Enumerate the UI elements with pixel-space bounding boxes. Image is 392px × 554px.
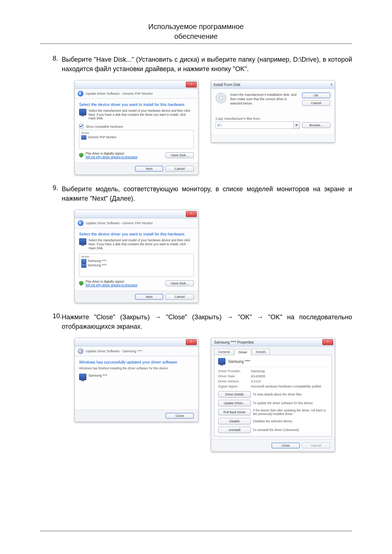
installed-device-name: Samsung **** xyxy=(89,374,107,378)
footer-rule xyxy=(40,531,352,531)
update-driver-desc: To update the driver software for this d… xyxy=(253,401,328,405)
step-9-number: 9. xyxy=(40,184,62,192)
success-subtext: Windows has finished installing the driv… xyxy=(79,366,194,370)
install-from-disk-title: Install From Disk xyxy=(213,83,240,87)
tab-driver[interactable]: Driver xyxy=(234,349,251,355)
date-value: 4/14/2005 xyxy=(251,374,328,378)
version-label: Driver Version: xyxy=(218,379,251,383)
path-value: D:\ xyxy=(216,123,293,127)
path-combobox[interactable]: D:\ xyxy=(216,122,300,129)
back-icon[interactable] xyxy=(78,220,83,226)
device-properties-dialog: Samsung **** Properties × General Driver… xyxy=(211,338,335,452)
chevron-down-icon[interactable] xyxy=(293,122,299,128)
model-header: Model xyxy=(81,131,192,135)
cancel-button[interactable]: Cancel xyxy=(302,100,330,106)
back-icon[interactable] xyxy=(78,91,83,97)
wizard-breadcrumb: Update Driver Software - Generic PnP Mon… xyxy=(86,221,153,225)
window-close-button[interactable]: × xyxy=(322,339,333,345)
success-title: Windows has successfully updated your dr… xyxy=(79,360,194,364)
copy-from-label: Copy manufacturer's files from: xyxy=(216,117,330,120)
shield-icon xyxy=(79,281,83,286)
wizard-instruction: Select the device driver you want to ins… xyxy=(79,102,194,107)
provider-value: Samsung xyxy=(251,369,328,373)
close-button[interactable]: Close xyxy=(166,413,194,419)
wizard-breadcrumb: Update Driver Software - Samsung **** xyxy=(86,349,142,353)
tab-details[interactable]: Details xyxy=(252,349,270,355)
signer-label: Digital Signer: xyxy=(218,385,251,388)
monitor-small-icon xyxy=(81,263,86,268)
install-from-disk-dialog: Install From Disk × Insert the manufactu… xyxy=(211,80,335,143)
step-8-text: Выберите "Have Disk..." (Установить с ди… xyxy=(62,55,352,74)
uninstall-button[interactable]: Uninstall xyxy=(218,427,251,433)
wizard-subtext: Select the manufacturer and model of you… xyxy=(89,238,194,250)
wizard-breadcrumb: Update Driver Software - Generic PnP Mon… xyxy=(86,92,153,95)
next-button[interactable]: Next xyxy=(135,166,163,172)
monitor-icon xyxy=(218,358,225,365)
window-close-button[interactable]: × xyxy=(186,82,197,87)
driver-signed-text: This driver is digitally signed. xyxy=(85,280,138,283)
window-close-button[interactable]: × xyxy=(186,211,197,217)
update-driver-wizard-dialog-models: × Update Driver Software - Generic PnP M… xyxy=(74,210,199,303)
model-header: Model xyxy=(81,255,192,258)
monitor-icon xyxy=(79,109,86,115)
rollback-driver-button[interactable]: Roll Back Driver xyxy=(218,409,251,415)
rollback-driver-desc: If the device fails after updating the d… xyxy=(253,409,328,416)
wizard-subtext: Select the manufacturer and model of you… xyxy=(89,109,194,120)
signer-value: microsoft windows hardware compatibility… xyxy=(251,385,328,388)
model-samsung-1[interactable]: Samsung **** xyxy=(88,259,107,263)
why-signing-link[interactable]: Tell me why driver signing is important xyxy=(85,283,138,287)
cancel-button[interactable]: Cancel xyxy=(166,166,194,172)
have-disk-button[interactable]: Have Disk... xyxy=(166,280,194,286)
monitor-icon xyxy=(79,238,86,245)
header-line-2: обеспечение xyxy=(40,32,352,41)
properties-title: Samsung **** Properties xyxy=(214,340,254,344)
monitor-small-icon xyxy=(81,259,86,263)
disc-icon xyxy=(216,93,226,103)
provider-label: Driver Provider: xyxy=(218,369,251,373)
page-header: Используемое программное обеспечение xyxy=(40,22,352,41)
back-icon xyxy=(78,348,83,354)
show-compatible-checkbox[interactable] xyxy=(79,124,83,128)
update-driver-success-dialog: × Update Driver Software - Samsung **** … xyxy=(74,338,199,422)
header-line-1: Используемое программное xyxy=(40,22,352,32)
monitor-small-icon xyxy=(81,135,86,140)
show-compatible-label: Show compatible hardware xyxy=(86,125,123,128)
window-close-button[interactable]: × xyxy=(330,83,332,87)
model-listbox[interactable]: Model Generic PnP Monitor xyxy=(79,130,194,149)
step-10-text: Нажмите "Close" (Закрыть) → "Close" (Зак… xyxy=(62,312,352,331)
cancel-button[interactable]: Cancel xyxy=(166,294,194,300)
window-close-button[interactable]: × xyxy=(186,339,197,345)
cancel-button: Cancel xyxy=(302,443,330,448)
uninstall-desc: To uninstall the driver (Advanced). xyxy=(253,428,328,432)
step-9-text: Выберите модель, соответствующую монитор… xyxy=(62,184,352,203)
update-driver-wizard-dialog: × Update Driver Software - Generic PnP M… xyxy=(74,80,199,175)
driver-details-desc: To view details about the driver files. xyxy=(253,393,328,396)
shield-icon xyxy=(79,153,83,158)
model-samsung-2[interactable]: Samsung **** xyxy=(88,263,107,268)
browse-button[interactable]: Browse... xyxy=(302,122,330,128)
install-from-disk-message: Insert the manufacturer's installation d… xyxy=(230,93,298,106)
close-button[interactable]: Close xyxy=(271,443,300,448)
version-value: 2.0.0.0 xyxy=(251,379,328,383)
update-driver-button[interactable]: Update Driver... xyxy=(218,400,251,406)
header-rule xyxy=(40,44,352,44)
date-label: Driver Date: xyxy=(218,374,251,378)
wizard-instruction: Select the device driver you want to ins… xyxy=(79,232,194,236)
ok-button[interactable]: OK xyxy=(302,93,330,98)
disable-button[interactable]: Disable xyxy=(218,418,251,424)
step-10-number: 10. xyxy=(40,312,62,320)
have-disk-button[interactable]: Have Disk... xyxy=(166,152,194,158)
monitor-icon xyxy=(79,374,86,380)
disable-desc: Disables the selected device. xyxy=(253,419,328,423)
device-name: Samsung **** xyxy=(228,360,250,364)
driver-details-button[interactable]: Driver Details xyxy=(218,391,251,398)
step-8-number: 8. xyxy=(40,55,62,62)
driver-signed-text: This driver is digitally signed. xyxy=(85,152,138,155)
why-signing-link[interactable]: Tell me why driver signing is important xyxy=(85,155,138,159)
tab-general[interactable]: General xyxy=(214,349,234,355)
next-button[interactable]: Next xyxy=(135,294,163,300)
model-generic-pnp[interactable]: Generic PnP Monitor xyxy=(88,135,117,140)
model-listbox[interactable]: Model Samsung **** Samsung **** xyxy=(79,254,194,277)
